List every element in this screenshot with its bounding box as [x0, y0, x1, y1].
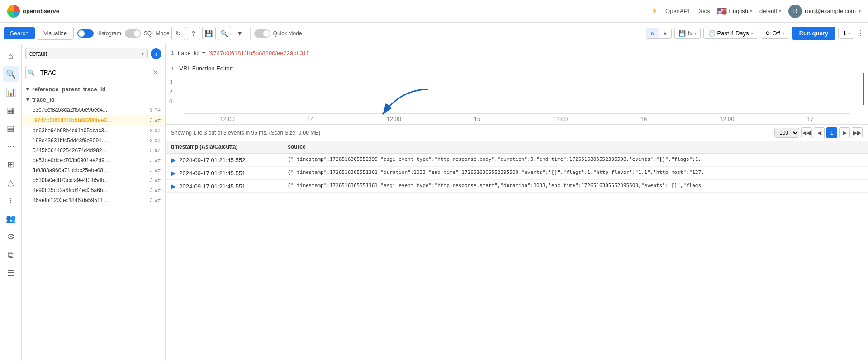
equals-icon[interactable]: ≡: [154, 197, 157, 203]
list-item[interactable]: b530fa0ec873ccfa9e4f0fb5db... 3 ≡ ≠: [22, 175, 165, 185]
search-button[interactable]: Search: [4, 27, 35, 39]
sidebar-item-users[interactable]: 👥: [3, 211, 19, 227]
share-button[interactable]: ⋮: [857, 29, 864, 38]
prev-page-button[interactable]: ◀: [814, 127, 825, 138]
list-item[interactable]: be53de0dcec703b0901ee2d9... 3 ≡ ≠: [22, 155, 165, 165]
field-search-clear-button[interactable]: ✕: [150, 66, 161, 79]
stream-selector[interactable]: default ▾: [25, 48, 148, 59]
list-item[interactable]: 198e43631bfc5dd43f6e3091... 3 ≡ ≠: [22, 136, 165, 145]
time-range-button[interactable]: 🕐 Past 4 Days ▾: [703, 28, 758, 39]
equals-icon[interactable]: ≡: [154, 157, 157, 164]
field-item-count: 3: [150, 188, 152, 193]
help-button[interactable]: ?: [187, 27, 200, 40]
equals-icon[interactable]: ≡: [154, 167, 157, 173]
not-equals-icon[interactable]: ≠: [157, 197, 161, 203]
more-options-button[interactable]: ▾: [233, 27, 247, 40]
sidebar-item-menu[interactable]: ☰: [3, 265, 19, 281]
run-query-button[interactable]: Run query: [792, 27, 835, 40]
visualize-button[interactable]: Visualize: [37, 27, 74, 40]
pill-item-d[interactable]: ᴅ: [646, 28, 659, 38]
quick-mode-toggle[interactable]: [254, 29, 270, 38]
query-text[interactable]: trace_id = '9747c0f6181f1b5b88200fee229b…: [178, 50, 309, 56]
x-label-3: 12:00: [387, 116, 402, 122]
equals-icon[interactable]: ≡: [154, 117, 157, 123]
current-page-button[interactable]: 1: [826, 127, 837, 138]
app-logo[interactable]: openobserve: [7, 5, 59, 18]
field-group-trace-id[interactable]: ▾ trace_id: [22, 94, 165, 105]
user-menu[interactable]: R root@example.com ▾: [788, 5, 861, 18]
list-item[interactable]: 9747c0f6181f1b5b88200fee2... 3 ≡ ≠: [22, 115, 165, 126]
sidebar-item-grid[interactable]: ⊞: [3, 156, 19, 173]
expand-row-button[interactable]: ▶: [171, 183, 176, 190]
download-button[interactable]: ⬇ ▾: [838, 28, 854, 39]
save-button[interactable]: 💾: [202, 27, 216, 40]
equals-icon[interactable]: ≡: [154, 127, 157, 134]
field-item-label: be63be94b68b4cd1a05dcac3...: [33, 127, 150, 134]
results-count: Showing 1 to 3 out of 3 events in 95 ms.…: [171, 130, 320, 136]
per-page-select[interactable]: 100: [774, 128, 799, 138]
first-page-button[interactable]: ◀◀: [801, 127, 812, 138]
x-label-7: 12:00: [720, 116, 735, 122]
list-item[interactable]: 8e90b35cb2a6fcd44ed35a6b... 3 ≡ ≠: [22, 185, 165, 195]
not-equals-icon[interactable]: ≠: [157, 137, 161, 144]
sidebar-item-home[interactable]: ⌂: [3, 48, 19, 64]
not-equals-icon[interactable]: ≠: [157, 177, 161, 183]
schedule-icon: ⟳: [766, 30, 771, 37]
sidebar-item-filter[interactable]: ⫶: [3, 192, 19, 209]
equals-icon[interactable]: ≡: [154, 137, 157, 144]
chart-baseline: [184, 113, 850, 114]
table-row: ▶ 2024-09-17 01:21:45.551 {"_timestamp":…: [166, 167, 868, 180]
last-page-button[interactable]: ▶▶: [852, 127, 863, 138]
search-query-button[interactable]: 🔍: [218, 27, 231, 40]
field-search-input[interactable]: [37, 67, 150, 78]
expand-row-button[interactable]: ▶: [171, 169, 176, 177]
sidebar-item-metrics[interactable]: 📊: [3, 84, 19, 100]
workspace-selector[interactable]: default ▾: [759, 8, 781, 14]
pill-item-a[interactable]: ᴀ: [659, 28, 671, 38]
list-item[interactable]: 5445b664462542674d4d982... 3 ≡ ≠: [22, 145, 165, 155]
x-label-1: 12:00: [220, 116, 235, 122]
equals-icon[interactable]: ≡: [154, 177, 157, 183]
list-item[interactable]: 53c76ef8a58da2ff556e96ec4... 3 ≡ ≠: [22, 105, 165, 115]
not-equals-icon[interactable]: ≠: [157, 117, 161, 123]
not-equals-icon[interactable]: ≠: [157, 127, 161, 134]
docs-button[interactable]: Docs: [697, 8, 710, 14]
sidebar-item-share[interactable]: ⋯: [3, 138, 19, 155]
sidebar-item-dashboard[interactable]: ▦: [3, 102, 19, 118]
fx-button[interactable]: 💾 fx ▾: [674, 28, 700, 39]
sql-mode-toggle[interactable]: [125, 29, 141, 38]
equals-icon[interactable]: ≡: [154, 187, 157, 193]
not-equals-icon[interactable]: ≠: [157, 107, 161, 113]
timestamp-value: 2024-09-17 01:21:45.551: [179, 170, 245, 177]
data-table: timestamp (Asia/Calcutta) source ▶ 2024-…: [166, 141, 868, 193]
expand-row-button[interactable]: ▶: [171, 156, 176, 164]
sidebar-item-streams[interactable]: ▤: [3, 120, 19, 136]
sidebar-item-plugins[interactable]: ⧉: [3, 247, 19, 263]
schedule-button[interactable]: ⟳ Off ▾: [761, 28, 789, 39]
sidebar-item-search[interactable]: 🔍: [3, 66, 19, 82]
sidebar-item-settings[interactable]: ⚙: [3, 229, 19, 245]
list-item[interactable]: fb0383a960a71bbbc25ebe08... 3 ≡ ≠: [22, 165, 165, 175]
field-group-reference-parent[interactable]: ▾ reference_parent_trace_id: [22, 84, 165, 94]
field-item-label: fb0383a960a71bbbc25ebe08...: [33, 167, 150, 173]
not-equals-icon[interactable]: ≠: [157, 187, 161, 193]
sidebar-item-alerts[interactable]: △: [3, 174, 19, 191]
refresh-button[interactable]: ↻: [171, 27, 185, 40]
y-label-2: 2: [169, 89, 172, 95]
equals-icon[interactable]: ≡: [154, 107, 157, 113]
not-equals-icon[interactable]: ≠: [157, 157, 161, 164]
list-item[interactable]: be63be94b68b4cd1a05dcac3... 3 ≡ ≠: [22, 126, 165, 136]
language-selector[interactable]: 🇺🇸 English ▾: [717, 6, 752, 16]
collapse-panel-button[interactable]: ‹: [151, 48, 161, 59]
cell-source: {"_timestamp":1726516305552395,"asgi_eve…: [282, 153, 868, 167]
not-equals-icon[interactable]: ≠: [157, 167, 161, 173]
next-page-button[interactable]: ▶: [839, 127, 850, 138]
theme-toggle-icon[interactable]: ☀: [651, 6, 658, 16]
equals-icon[interactable]: ≡: [154, 147, 157, 154]
list-item[interactable]: 86aefbf1203ec1846fda59511... 3 ≡ ≠: [22, 195, 165, 205]
not-equals-icon[interactable]: ≠: [157, 147, 161, 154]
histogram-toggle[interactable]: [77, 29, 94, 38]
time-range-label: Past 4 Days: [717, 30, 749, 37]
openapi-button[interactable]: OpenAPI: [665, 8, 689, 14]
field-item-count: 3: [150, 107, 152, 113]
